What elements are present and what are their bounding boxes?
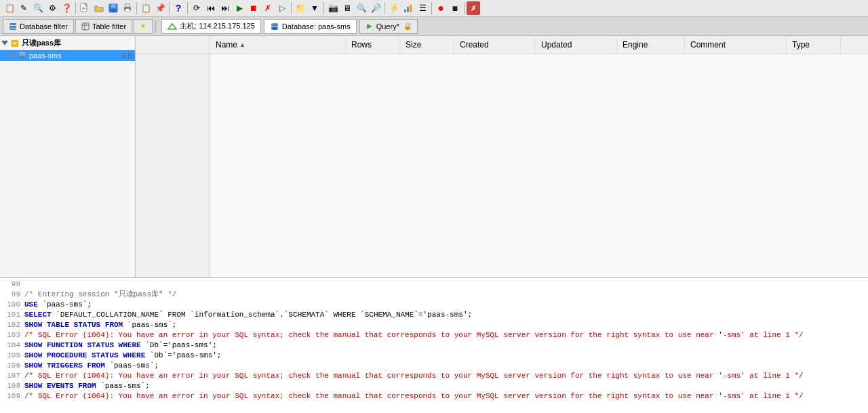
tools-menu-btn[interactable]: ⚙ — [45, 1, 59, 15]
sidebar-db-item[interactable]: ▶ paas-sms 0 B — [0, 50, 135, 61]
red-dot-btn[interactable]: ● — [434, 1, 448, 15]
col-header-engine[interactable]: Engine — [617, 36, 685, 54]
sep-4 — [187, 2, 188, 14]
main-content: R 只读pass库 ▶ paas-sms 0 B Name — [0, 36, 868, 277]
log-text-109: /* SQL Error (1064): You have an error i… — [24, 391, 867, 413]
tab-bar: Database filter Table filter ★ 主机: 114.2… — [0, 17, 868, 36]
log-text: /* SQL Error (1064): You have an error i… — [24, 330, 867, 340]
svg-rect-11 — [407, 7, 409, 12]
folder-btn[interactable]: 📁 — [294, 1, 307, 15]
log-line: 109 /* SQL Error (1064): You have an err… — [1, 391, 867, 413]
tab-table-filter[interactable]: Table filter — [75, 19, 132, 34]
sep-7 — [384, 2, 385, 14]
help-menu-btn[interactable]: ❓ — [60, 1, 73, 15]
query-run-icon — [366, 22, 374, 31]
log-line: 104 SHOW FUNCTION STATUS WHERE `Db`='paa… — [1, 340, 867, 351]
chart-btn[interactable] — [401, 1, 415, 15]
log-text: SHOW FUNCTION STATUS WHERE `Db`='paas-sm… — [24, 340, 867, 351]
svg-rect-15 — [9, 28, 16, 30]
stop-btn[interactable]: ⏹ — [247, 1, 260, 15]
sep-6 — [323, 2, 324, 14]
execute-btn[interactable]: ▷ — [275, 1, 289, 15]
query-label: Query* — [376, 22, 399, 31]
sep-5 — [291, 2, 292, 14]
db-item-size: 0 B — [122, 52, 132, 60]
col-header-type[interactable]: Type — [787, 36, 841, 54]
db-filter-label: Database filter — [20, 22, 68, 31]
svg-rect-8 — [125, 4, 130, 7]
line-num: 99 — [1, 290, 20, 300]
run-btn[interactable]: ▶ — [233, 1, 246, 15]
sep-1 — [75, 2, 76, 14]
black-square-btn[interactable]: ■ — [448, 1, 462, 15]
table-filter-icon — [81, 22, 90, 31]
left-panel-header — [136, 36, 210, 54]
paste-btn[interactable]: 📌 — [153, 1, 167, 15]
list-btn[interactable]: ☰ — [416, 1, 429, 15]
table-column-headers: Name ▲ Rows Size Created Updated Engine — [210, 36, 868, 54]
lightning-btn[interactable]: ⚡ — [387, 1, 401, 15]
server-info[interactable]: 主机: 114.215.175.125 — [161, 19, 261, 34]
col-header-created[interactable]: Created — [454, 36, 536, 54]
zoom-in-btn[interactable]: 🔍 — [355, 1, 368, 15]
server-icon — [167, 23, 177, 30]
col-header-name[interactable]: Name ▲ — [210, 36, 346, 54]
col-header-size[interactable]: Size — [400, 36, 454, 54]
db-item-icon — [18, 52, 27, 60]
edit-menu-btn[interactable]: ✎ — [17, 1, 31, 15]
search-menu-btn[interactable]: 🔍 — [31, 1, 45, 15]
svg-rect-1 — [82, 7, 85, 7]
log-text: SHOW EVENTS FROM `paas-sms`; — [24, 381, 867, 391]
print-btn[interactable] — [121, 1, 134, 15]
log-area[interactable]: 98 99 /* Entering session "只读pass库" */ 1… — [0, 277, 868, 413]
col-header-updated[interactable]: Updated — [536, 36, 617, 54]
save-btn[interactable] — [106, 1, 120, 15]
refresh-btn[interactable]: ⟳ — [190, 1, 203, 15]
svg-rect-5 — [111, 4, 115, 7]
log-text: /* SQL Error (1064): You have an error i… — [24, 371, 867, 381]
sort-arrow-name: ▲ — [239, 41, 245, 48]
log-text: /* Entering session "只读pass库" */ — [24, 290, 867, 300]
col-header-rows[interactable]: Rows — [346, 36, 400, 54]
monitor-btn[interactable]: 🖥 — [340, 1, 354, 15]
table-panel: Name ▲ Rows Size Created Updated Engine — [136, 36, 868, 277]
db-item-name: paas-sms — [29, 52, 62, 60]
log-text: SELECT `DEFAULT_COLLATION_NAME` FROM `in… — [24, 310, 867, 320]
tab-query[interactable]: Query* 🔒 — [359, 19, 418, 34]
col-header-comment[interactable]: Comment — [685, 36, 787, 54]
svg-rect-2 — [82, 8, 85, 9]
open-btn[interactable] — [92, 1, 106, 15]
line-num: 104 — [1, 340, 20, 351]
svg-marker-23 — [367, 24, 372, 29]
line-num: 103 — [1, 330, 20, 340]
new-btn[interactable] — [78, 1, 92, 15]
log-line: 99 /* Entering session "只读pass库" */ — [1, 290, 867, 300]
log-text: SHOW TABLE STATUS FROM `paas-sms`; — [24, 320, 867, 330]
log-text: SHOW TRIGGERS FROM `paas-sms`; — [24, 361, 867, 371]
svg-rect-9 — [125, 9, 130, 12]
log-line: 100 USE `paas-sms`; — [1, 300, 867, 310]
help-btn[interactable]: ? — [172, 1, 185, 15]
lock-icon: 🔒 — [403, 22, 412, 30]
tab-database-filter[interactable]: Database filter — [3, 19, 74, 34]
close2-btn[interactable]: ✗ — [467, 1, 480, 15]
db-filter-icon — [9, 22, 17, 31]
svg-rect-12 — [410, 5, 412, 12]
db-info[interactable]: Database: paas-sms — [264, 19, 357, 34]
line-num: 109 — [1, 391, 20, 413]
prev-btn[interactable]: ⏮ — [204, 1, 218, 15]
file-menu-btn[interactable]: 📋 — [3, 1, 16, 15]
sidebar-group-header[interactable]: R 只读pass库 — [0, 36, 135, 50]
close-btn[interactable]: ✗ — [261, 1, 275, 15]
zoom-out-btn[interactable]: 🔎 — [369, 1, 382, 15]
sidebar: R 只读pass库 ▶ paas-sms 0 B — [0, 36, 136, 277]
tab-favorites[interactable]: ★ — [134, 19, 153, 34]
svg-rect-14 — [9, 26, 16, 28]
log-text: USE `paas-sms`; — [24, 300, 867, 310]
screenshot-btn[interactable]: 📷 — [326, 1, 340, 15]
copy-btn[interactable]: 📋 — [139, 1, 153, 15]
dropdown-btn[interactable]: ▼ — [308, 1, 321, 15]
log-text: SHOW PROCEDURE STATUS WHERE `Db`='paas-s… — [24, 351, 867, 361]
log-line: 105 SHOW PROCEDURE STATUS WHERE `Db`='pa… — [1, 351, 867, 361]
next-btn[interactable]: ⏭ — [218, 1, 232, 15]
